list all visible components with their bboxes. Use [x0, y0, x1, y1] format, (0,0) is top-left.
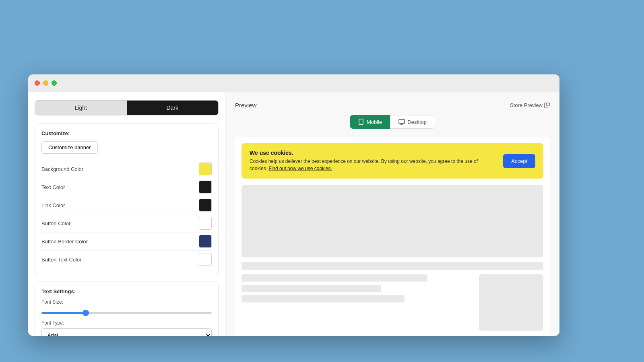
skeleton-square-block	[479, 274, 543, 331]
desktop-label: Desktop	[407, 119, 427, 125]
cookie-banner: We use cookies. Cookies help us deliever…	[242, 143, 543, 179]
minimize-button[interactable]	[43, 80, 48, 86]
text-color-label: Text Color	[41, 184, 65, 190]
main-content: Light Dark Customize: Customize banner B…	[28, 92, 559, 336]
font-size-label: Font Size:	[41, 299, 212, 305]
store-preview-label: Store Preview	[510, 102, 543, 108]
mobile-device-button[interactable]: Mobile	[350, 115, 390, 129]
text-color-row: Text Color	[41, 178, 212, 196]
button-color-swatch[interactable]	[199, 217, 212, 230]
light-theme-button[interactable]: Light	[35, 101, 127, 115]
background-color-row: Background Color	[41, 160, 212, 178]
theme-toggle: Light Dark	[35, 100, 219, 115]
app-window: Light Dark Customize: Customize banner B…	[28, 74, 559, 336]
link-color-row: Link Color	[41, 196, 212, 214]
skeleton-image-block	[242, 185, 543, 257]
button-color-row: Button Color	[41, 214, 212, 232]
background-color-swatch[interactable]	[199, 162, 212, 175]
titlebar	[28, 74, 559, 92]
svg-point-29	[361, 123, 361, 124]
dark-theme-button[interactable]: Dark	[127, 101, 219, 115]
text-settings-title: Text Settings:	[41, 288, 212, 294]
customize-title: Customize:	[41, 130, 212, 136]
skeleton-short-2	[242, 285, 381, 292]
cookie-text-block: We use cookies. Cookies help us deliever…	[250, 150, 497, 172]
maximize-button[interactable]	[52, 80, 57, 86]
desktop-device-button[interactable]: Desktop	[390, 115, 435, 129]
external-link-icon	[544, 103, 550, 108]
button-text-color-swatch[interactable]	[199, 253, 212, 266]
right-panel: Preview Store Preview Mobile Desktop	[225, 92, 559, 336]
customize-section: Customize: Customize banner Background C…	[35, 123, 219, 275]
skeleton-short-1	[242, 274, 427, 282]
text-color-swatch[interactable]	[199, 181, 212, 193]
svg-rect-27	[547, 103, 549, 106]
font-type-label: Font Type:	[41, 320, 212, 326]
button-border-color-label: Button Border Color	[41, 239, 88, 245]
accept-button[interactable]: Accept	[503, 154, 535, 168]
skeleton-col-left	[242, 274, 474, 331]
button-border-color-swatch[interactable]	[199, 235, 212, 248]
skeleton-content	[242, 185, 543, 331]
skeleton-row-1	[242, 274, 543, 331]
font-size-slider[interactable]	[41, 312, 212, 314]
cookie-banner-title: We use cookies.	[250, 150, 497, 156]
svg-rect-30	[399, 119, 405, 123]
text-settings-section: Text Settings: Font Size: Font Type: Ari…	[35, 282, 219, 336]
cookie-banner-link[interactable]: Find out how we use cookies.	[268, 166, 332, 171]
mobile-label: Mobile	[367, 119, 382, 125]
customize-banner-button[interactable]: Customize banner	[41, 141, 98, 154]
cookie-banner-body: Cookies help us deliever the best experi…	[250, 158, 497, 172]
button-text-color-label: Button Text Color	[41, 257, 81, 263]
link-color-label: Link Color	[41, 202, 65, 208]
skeleton-short-3	[242, 295, 405, 302]
button-border-color-row: Button Border Color	[41, 232, 212, 251]
preview-header: Preview Store Preview	[235, 102, 550, 109]
font-type-select[interactable]: Arial Georgia Helvetica Times New Roman …	[41, 328, 212, 336]
preview-area: We use cookies. Cookies help us deliever…	[235, 137, 550, 336]
close-button[interactable]	[35, 80, 40, 86]
skeleton-line-1	[242, 262, 543, 270]
background-color-label: Background Color	[41, 166, 83, 172]
mobile-icon	[358, 119, 364, 125]
desktop-icon	[398, 119, 405, 125]
store-preview-link[interactable]: Store Preview	[510, 102, 550, 108]
left-panel: Light Dark Customize: Customize banner B…	[28, 92, 225, 336]
button-color-label: Button Color	[41, 220, 70, 226]
link-color-swatch[interactable]	[199, 199, 212, 212]
preview-title: Preview	[235, 102, 256, 109]
button-text-color-row: Button Text Color	[41, 251, 212, 268]
